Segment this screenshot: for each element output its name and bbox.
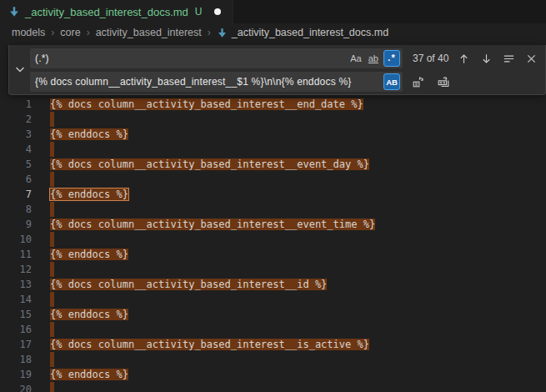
line-content: {% enddocs %} bbox=[32, 127, 128, 142]
find-in-selection-button[interactable] bbox=[500, 50, 518, 68]
code-line[interactable]: 18 bbox=[0, 352, 546, 367]
code-line[interactable]: 6 bbox=[0, 172, 546, 187]
code-line[interactable]: 17{% docs column__activity_based_interes… bbox=[0, 337, 546, 352]
line-content bbox=[32, 322, 54, 337]
line-content bbox=[32, 262, 54, 277]
empty-line-find-match bbox=[50, 232, 54, 247]
find-input[interactable]: (.*) Aa ab .* bbox=[30, 48, 403, 68]
line-number: 11 bbox=[0, 247, 32, 262]
chevron-down-icon bbox=[15, 66, 25, 73]
code-line[interactable]: 9{% docs column__activity_based_interest… bbox=[0, 217, 546, 232]
breadcrumb: models › core › activity_based_interest … bbox=[0, 23, 546, 42]
line-content: {% docs column__activity_based_interest_… bbox=[32, 217, 375, 232]
breadcrumb-filename: _activity_based_interest_docs.md bbox=[232, 27, 388, 38]
empty-line-find-match bbox=[50, 142, 54, 157]
line-number: 4 bbox=[0, 142, 32, 157]
find-widget: (.*) Aa ab .* 37 of 40 bbox=[8, 45, 546, 95]
line-content: {% enddocs %} bbox=[32, 187, 128, 202]
line-number: 12 bbox=[0, 262, 32, 277]
toggle-replace-button[interactable] bbox=[9, 45, 30, 94]
regex-toggle[interactable]: .* bbox=[383, 50, 400, 67]
line-number: 7 bbox=[0, 187, 32, 202]
code-line[interactable]: 13{% docs column__activity_based_interes… bbox=[0, 277, 546, 292]
code-line[interactable]: 15{% enddocs %} bbox=[0, 307, 546, 322]
replace-button[interactable] bbox=[409, 73, 427, 91]
tab-bar: _activity_based_interest_docs.md U bbox=[0, 0, 546, 23]
code-line[interactable]: 8 bbox=[0, 202, 546, 217]
find-match: {% docs column__activity_based_interest_… bbox=[50, 219, 375, 230]
arrow-up-icon bbox=[458, 53, 470, 65]
close-icon bbox=[526, 53, 537, 64]
line-content: {% docs column__activity_based_interest_… bbox=[32, 157, 369, 172]
code-line[interactable]: 7{% enddocs %} bbox=[0, 187, 546, 202]
code-line[interactable]: 2 bbox=[0, 112, 546, 127]
line-content bbox=[32, 142, 54, 157]
code-line[interactable]: 12 bbox=[0, 262, 546, 277]
line-content bbox=[32, 202, 54, 217]
replace-value: {% docs column__activity_based_interest_… bbox=[35, 76, 381, 88]
replace-icon bbox=[412, 75, 425, 88]
line-number: 8 bbox=[0, 202, 32, 217]
replace-all-button[interactable] bbox=[434, 73, 452, 91]
breadcrumb-item-core[interactable]: core bbox=[60, 27, 80, 38]
markdown-file-icon bbox=[217, 28, 228, 38]
code-line[interactable]: 20 bbox=[0, 382, 546, 392]
next-match-button[interactable] bbox=[478, 50, 495, 68]
modified-dot[interactable] bbox=[214, 8, 221, 15]
find-match: {% enddocs %} bbox=[50, 369, 128, 380]
code-line[interactable]: 3{% enddocs %} bbox=[0, 127, 546, 142]
breadcrumb-item-models[interactable]: models bbox=[12, 27, 45, 38]
line-content bbox=[32, 292, 54, 307]
match-count: 37 of 40 bbox=[413, 53, 448, 64]
find-value: (.*) bbox=[35, 53, 346, 64]
replace-input[interactable]: {% docs column__activity_based_interest_… bbox=[30, 72, 403, 92]
line-content: {% enddocs %} bbox=[32, 307, 128, 322]
line-number: 15 bbox=[0, 307, 32, 322]
line-number: 3 bbox=[0, 127, 32, 142]
match-case-toggle[interactable]: Aa bbox=[348, 52, 363, 65]
empty-line-find-match bbox=[50, 322, 54, 337]
breadcrumb-item-file[interactable]: _activity_based_interest_docs.md bbox=[217, 27, 388, 38]
line-content: {% enddocs %} bbox=[32, 247, 128, 262]
line-content: {% enddocs %} bbox=[32, 367, 128, 382]
whole-word-toggle[interactable]: ab bbox=[366, 52, 381, 65]
close-find-widget-button[interactable] bbox=[523, 50, 540, 68]
line-number: 20 bbox=[0, 382, 32, 392]
line-content bbox=[32, 112, 54, 127]
current-find-match: {% enddocs %} bbox=[50, 188, 128, 200]
line-number: 17 bbox=[0, 337, 32, 352]
line-content bbox=[32, 382, 54, 392]
markdown-file-icon bbox=[8, 6, 20, 18]
find-match: {% docs column__activity_based_interest_… bbox=[50, 339, 369, 350]
empty-line-find-match bbox=[50, 292, 54, 307]
code-line[interactable]: 11{% enddocs %} bbox=[0, 247, 546, 262]
line-content bbox=[32, 352, 54, 367]
previous-match-button[interactable] bbox=[455, 50, 473, 68]
code-line[interactable]: 10 bbox=[0, 232, 546, 247]
find-match: {% docs column__activity_based_interest_… bbox=[50, 98, 363, 110]
preserve-case-toggle[interactable]: AB bbox=[383, 73, 400, 90]
line-number: 13 bbox=[0, 277, 32, 292]
code-line[interactable]: 4 bbox=[0, 142, 546, 157]
breadcrumb-separator: › bbox=[87, 27, 90, 38]
breadcrumb-separator: › bbox=[208, 27, 211, 38]
code-line[interactable]: 1{% docs column__activity_based_interest… bbox=[0, 97, 546, 112]
find-match: {% enddocs %} bbox=[50, 128, 128, 140]
line-number: 18 bbox=[0, 352, 32, 367]
code-line[interactable]: 14 bbox=[0, 292, 546, 307]
empty-line-find-match bbox=[50, 202, 54, 217]
tab-activity-based-interest-docs[interactable]: _activity_based_interest_docs.md U bbox=[0, 0, 233, 23]
tab-filename: _activity_based_interest_docs.md bbox=[25, 6, 188, 18]
code-line[interactable]: 19{% enddocs %} bbox=[0, 367, 546, 382]
empty-line-find-match bbox=[50, 172, 54, 187]
find-match: {% docs column__activity_based_interest_… bbox=[50, 279, 327, 290]
breadcrumb-item-activity-based-interest[interactable]: activity_based_interest bbox=[96, 27, 202, 38]
line-content bbox=[32, 232, 54, 247]
line-number: 9 bbox=[0, 217, 32, 232]
line-number: 10 bbox=[0, 232, 32, 247]
code-line[interactable]: 16 bbox=[0, 322, 546, 337]
empty-line-find-match bbox=[50, 352, 54, 367]
line-number: 1 bbox=[0, 97, 32, 112]
line-number: 2 bbox=[0, 112, 32, 127]
code-line[interactable]: 5{% docs column__activity_based_interest… bbox=[0, 157, 546, 172]
